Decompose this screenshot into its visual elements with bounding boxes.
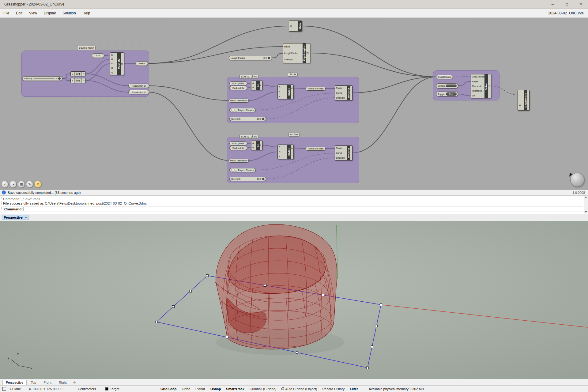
component-expression-x2[interactable]: xx*2R [70, 78, 86, 83]
viewport-tab-perspective[interactable]: Perspective [2, 380, 27, 385]
control-point[interactable] [206, 275, 209, 277]
tarp-mesh[interactable] [215, 224, 337, 349]
control-point[interactable] [156, 321, 158, 323]
param-end-points-struts[interactable]: End points [229, 86, 247, 90]
viewport-title-dropdown[interactable]: Perspective ▾ [2, 215, 28, 220]
maximize-button[interactable]: □ [560, 0, 574, 9]
reverse-icon[interactable]: ↕ [232, 169, 234, 172]
component-output[interactable]: O [488, 85, 491, 88]
close-button[interactable]: × [574, 0, 588, 9]
reverse-icon[interactable]: ↕ [232, 109, 234, 111]
component-solver[interactable]: GoalObjectsResetThresholdToleranceOnSolv… [471, 74, 491, 98]
control-point[interactable] [371, 346, 373, 348]
minimize-button[interactable]: ─ [546, 0, 560, 9]
slider-track[interactable] [246, 58, 262, 58]
component-divide-arches[interactable]: CNKDividePT [277, 145, 294, 159]
viewport-layout-icon[interactable] [2, 387, 6, 391]
component-input[interactable]: C [278, 146, 287, 149]
param-crv[interactable]: Crv [92, 53, 104, 58]
component-oncurve-struts[interactable]: PointsCurveStrengthOnCurve [335, 85, 352, 100]
param-start-points-arches[interactable]: Start points [229, 141, 247, 145]
control-point[interactable] [172, 306, 175, 308]
component-divide-struts[interactable]: CNKDividePT [277, 85, 294, 99]
component-output[interactable]: L [260, 144, 262, 147]
graft-icon[interactable]: ▼ [235, 109, 237, 111]
menu-file[interactable]: File [0, 9, 13, 17]
component-expression-x4[interactable]: yx*4R [70, 71, 86, 76]
navigation-ball[interactable] [570, 173, 584, 187]
statusbar-record-history[interactable]: Record History [322, 387, 345, 391]
paint-icon[interactable]: ≋ [34, 181, 41, 188]
slider-knob[interactable] [262, 117, 265, 120]
statusbar-filter[interactable]: Filter [350, 387, 358, 391]
statusbar-grid-snap[interactable]: Grid Snap [160, 387, 177, 391]
menu-help[interactable]: Help [79, 9, 94, 17]
component-input[interactable]: Curve [335, 92, 347, 94]
component-output[interactable]: T [291, 154, 293, 157]
statusbar-smarttrack[interactable]: SmartTrack [226, 387, 244, 391]
grasshopper-canvas[interactable]: Source meshStrutsSource: LinesArchesSour… [0, 18, 588, 189]
control-point[interactable] [296, 352, 298, 354]
param-points-on-lines-arches[interactable]: Points on lines [306, 147, 326, 151]
component-input[interactable]: N [278, 90, 287, 93]
slider-length-factor[interactable]: LengthFactor0.9 [229, 56, 272, 60]
component-input[interactable]: W [518, 104, 524, 107]
component-input[interactable]: LengthFactor [283, 52, 303, 55]
param-resolution-u[interactable]: Resolution U [128, 84, 149, 88]
param-points-on-lines-struts[interactable]: Points on lines [306, 87, 326, 91]
component-input[interactable]: On [471, 94, 484, 97]
component-output[interactable]: EL [306, 52, 310, 55]
statusbar-units[interactable]: Centimeters [78, 387, 105, 391]
slider-track[interactable] [242, 119, 255, 119]
wire-display-icon[interactable]: ◔ [9, 181, 17, 188]
button-face[interactable] [446, 85, 457, 87]
component-input[interactable]: K [278, 95, 287, 98]
statusbar-planar[interactable]: Planar [195, 387, 205, 391]
statusbar-auto-cplane-object-[interactable]: Auto CPlane (Object) [281, 387, 317, 391]
component-input[interactable]: Threshold [471, 85, 484, 88]
scroll-up-icon[interactable] [585, 197, 587, 198]
component-input[interactable]: U [110, 58, 117, 61]
param-resolution-v[interactable]: Resolution V [128, 90, 149, 94]
preview-mesh-icon[interactable]: ▦ [18, 181, 25, 188]
toggle-value[interactable]: True [446, 92, 457, 96]
statusbar-gumball-cplane-[interactable]: Gumball (CPlane) [250, 387, 276, 391]
slider-strength-arches[interactable]: Strength100 [229, 177, 266, 181]
component-line-struts[interactable]: ABLnL [251, 81, 262, 90]
component-input[interactable]: N [278, 150, 287, 153]
toggle-on[interactable]: ToggleTrue [436, 92, 458, 96]
component-oncurve-arches[interactable]: PointsCurveStrengthOnCurve [335, 145, 352, 160]
component-mapped-tarp[interactable]: LWMapped tarp [518, 90, 530, 111]
slider-knob[interactable] [58, 77, 61, 80]
hide-preview-icon[interactable]: × [1, 181, 8, 188]
component-input[interactable]: G [289, 25, 298, 28]
slider-density[interactable]: Density7 [22, 76, 62, 81]
scroll-down-icon[interactable] [585, 211, 587, 213]
component-input[interactable]: K [278, 155, 287, 158]
component-input[interactable]: Reset [471, 80, 484, 83]
component-input[interactable]: Strength [283, 58, 303, 61]
button-reset[interactable]: Button [436, 83, 458, 89]
component-input[interactable]: Mesh [283, 45, 303, 48]
component-edge-lengths[interactable]: MeshLengthFactorStrengthEdgeLengthsEL [283, 43, 310, 63]
control-point[interactable] [226, 336, 228, 338]
component-output[interactable]: L [260, 84, 262, 87]
control-point[interactable] [190, 290, 192, 292]
component-input[interactable]: Points [335, 87, 347, 89]
control-point[interactable] [380, 304, 382, 306]
menu-display[interactable]: Display [40, 9, 59, 17]
viewport-tab-right[interactable]: Right [55, 380, 70, 385]
statusbar-layer[interactable]: Target [105, 387, 136, 391]
perspective-viewport[interactable]: z x y [0, 221, 588, 379]
param-target-curves-struts[interactable]: ↕▼Target: Curves [229, 108, 256, 112]
component-input[interactable]: L [518, 94, 524, 97]
control-point[interactable] [322, 294, 324, 296]
component-input[interactable]: Points [335, 147, 347, 149]
param-mesh-resolution-struts[interactable]: Mesh resolution [229, 99, 249, 103]
component-output[interactable]: P [291, 147, 293, 150]
component-show[interactable]: GShow [289, 21, 302, 32]
viewport-tab-front[interactable]: Front [40, 380, 55, 385]
component-input[interactable]: B [251, 86, 256, 89]
new-viewport-icon[interactable] [73, 380, 77, 385]
graft-icon[interactable]: ▼ [235, 169, 237, 172]
